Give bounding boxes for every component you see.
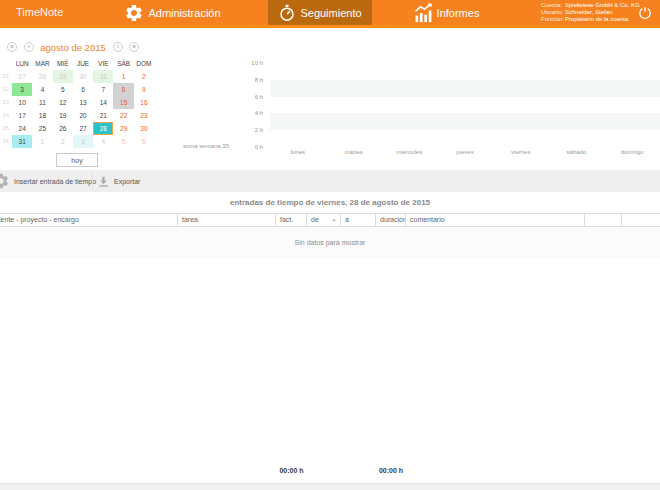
column-header-label: de xyxy=(311,216,319,223)
y-axis-tick-label: 8 h xyxy=(233,77,263,83)
week-sum-label: suma semana 35 xyxy=(183,143,229,149)
x-axis-tick-label: martes xyxy=(326,149,382,155)
x-axis-tick-label: viernes xyxy=(493,149,549,155)
x-axis-tick-label: sábado xyxy=(549,149,605,155)
column-header-tarea[interactable]: tarea xyxy=(178,214,276,226)
column-total: 00:00 h xyxy=(376,467,406,474)
empty-message: Sin datos para mostrar xyxy=(0,228,660,258)
column-header-label: duración xyxy=(380,216,406,223)
footer-bar xyxy=(0,483,660,490)
toolbar-separator xyxy=(92,172,93,190)
x-axis-tick-label: lunes xyxy=(270,149,326,155)
sort-asc-icon: ▲ xyxy=(332,214,336,226)
insert-entry-icon xyxy=(0,172,10,190)
column-header-clienteproyectoencargo[interactable]: cliente - proyecto - encargo xyxy=(0,214,178,226)
column-total: 00:00 h xyxy=(276,467,307,474)
column-header-comentario[interactable]: comentario xyxy=(406,214,585,226)
column-header-duración[interactable]: duración xyxy=(376,214,406,226)
column-header-de[interactable]: de▲ xyxy=(307,214,341,226)
y-axis-tick-label: 0 h xyxy=(233,144,263,150)
insert-time-entry-button[interactable]: Insertar entrada de tiempo xyxy=(0,170,96,192)
column-header-empty[interactable] xyxy=(585,214,622,226)
x-axis-labels: lunesmartesmiércolesjuevesviernessábadod… xyxy=(270,149,660,155)
entries-title: entradas de tiempo de viernes, 28 de ago… xyxy=(0,198,660,207)
column-header-fact.[interactable]: fact. xyxy=(276,214,307,226)
export-button[interactable]: Exportar xyxy=(97,170,140,192)
column-header-label: cliente - proyecto - encargo xyxy=(0,216,79,223)
column-header-label: comentario xyxy=(410,216,445,223)
chart-band xyxy=(270,80,660,97)
y-axis-tick-label: 6 h xyxy=(233,94,263,100)
download-icon xyxy=(97,175,110,188)
insert-entry-label: Insertar entrada de tiempo xyxy=(14,178,96,185)
y-axis-tick-label: 2 h xyxy=(233,127,263,133)
column-header-label: tarea xyxy=(182,216,198,223)
column-header-label: á xyxy=(345,216,349,223)
entries-header-row: cliente - proyecto - encargotareafact.de… xyxy=(0,213,660,227)
x-axis-tick-label: domingo xyxy=(604,149,660,155)
export-label: Exportar xyxy=(114,178,140,185)
toolbar: Insertar entrada de tiempo Exportar xyxy=(0,170,660,192)
column-header-empty[interactable] xyxy=(622,214,660,226)
x-axis-tick-label: jueves xyxy=(437,149,493,155)
chart-band xyxy=(270,113,660,130)
x-axis-tick-label: miércoles xyxy=(381,149,437,155)
y-axis-tick-label: 10 h xyxy=(233,60,263,66)
y-axis-tick-label: 4 h xyxy=(233,110,263,116)
column-header-á[interactable]: á xyxy=(341,214,376,226)
timenote-app: TimeNote Cuenta:Spielwiese GmbH & Co. KG… xyxy=(0,0,660,490)
column-header-label: fact. xyxy=(280,216,293,223)
